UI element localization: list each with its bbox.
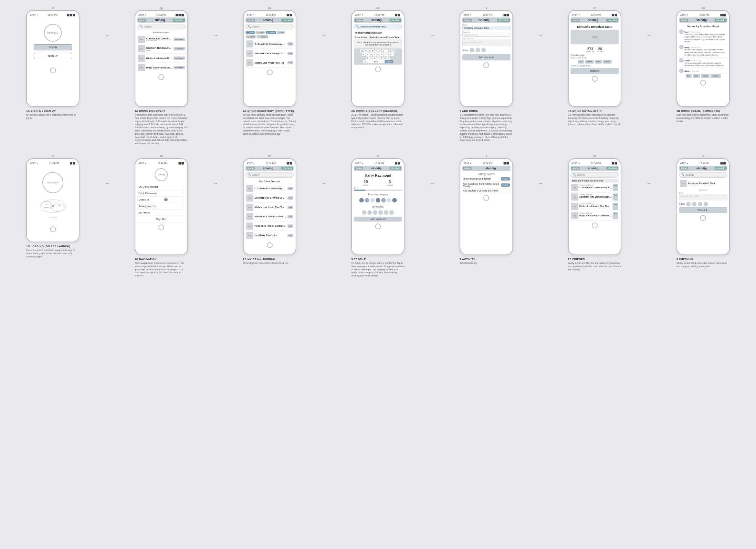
- kb-y[interactable]: Y: [378, 49, 381, 53]
- home-button-2e[interactable]: [592, 223, 598, 228]
- friend-drink-2[interactable]: img Tested by Marg Mighty Leaf Kyoto Ric…: [571, 202, 619, 211]
- home-button-1a[interactable]: [50, 68, 56, 73]
- add-drink-button[interactable]: Add this drink: [462, 54, 510, 60]
- kb-q[interactable]: Q: [360, 49, 363, 53]
- friend-drink-0[interactable]: img Tested by Marg C. Donatiello Chardon…: [571, 183, 619, 193]
- not-found-prompt[interactable]: Don't see Kentucky Breakfast Stout here?…: [354, 40, 402, 48]
- friend-drink-1[interactable]: img Tested by Paul Southern Tier Brewing…: [571, 193, 619, 202]
- kb-u[interactable]: U: [382, 49, 385, 53]
- menu-button-9[interactable]: menu: [680, 167, 688, 170]
- kb-b[interactable]: B: [380, 57, 383, 60]
- kb-z[interactable]: Z: [366, 57, 369, 60]
- friend-action-0[interactable]: like: [613, 184, 618, 191]
- drink-action-2b-0[interactable]: like: [288, 42, 293, 46]
- friend-action-1[interactable]: like: [613, 194, 618, 201]
- search-bar-2c[interactable]: 🔍 Kentucky Breakfast Stout: [354, 24, 402, 29]
- kb-l[interactable]: L: [391, 53, 394, 56]
- like-button-4a[interactable]: like: [578, 60, 584, 64]
- kb-g[interactable]: G: [376, 53, 380, 56]
- show-comments-link[interactable]: Show 24 comments: [571, 65, 619, 67]
- checkin-share-extra[interactable]: [704, 202, 708, 206]
- cat-circle-6[interactable]: [392, 198, 397, 203]
- search-result-1[interactable]: Finca Cuben Quetzaltenango French Roast …: [354, 35, 402, 40]
- journal-action-3[interactable]: like: [288, 215, 293, 218]
- cat-wine[interactable]: 🍷 wine: [246, 31, 255, 34]
- drink-item-2a-0[interactable]: img C. Donatiello Chardonnay Orsi Vineya…: [137, 35, 185, 44]
- search-bar-2a[interactable]: 🔍 Search: [137, 24, 185, 29]
- drink-item-2a-3[interactable]: img Porto Rico French Guatemalan SHD Fin…: [137, 63, 185, 72]
- cat-circle-3[interactable]: [376, 198, 380, 203]
- drink-action-1[interactable]: like / want: [173, 47, 185, 50]
- checkin-share-other[interactable]: [698, 202, 702, 206]
- friend-avatar-2[interactable]: [373, 210, 377, 215]
- login-button[interactable]: LOGIN: [34, 44, 72, 50]
- journal-action-5[interactable]: like: [288, 234, 293, 237]
- kb-h[interactable]: H: [380, 53, 383, 56]
- kb-a[interactable]: A: [362, 53, 365, 56]
- journal-item-2[interactable]: img Mighty Leaf Kyoto Rice Tea like: [246, 203, 294, 212]
- category-input[interactable]: (multiple choice): [462, 33, 510, 37]
- friend-action-2[interactable]: like: [613, 203, 618, 210]
- kb-j[interactable]: J: [383, 53, 387, 56]
- checkin-tags-input[interactable]: (example: lager, dark): [679, 194, 727, 200]
- name-input[interactable]: Kentucky Breakfast Stout: [462, 26, 510, 30]
- nav-item-journal[interactable]: My Drink Journal ›: [137, 184, 185, 190]
- journal-action-4[interactable]: like: [288, 225, 293, 228]
- drink-action-2b-1[interactable]: like: [288, 52, 293, 55]
- friend-avatar-3[interactable]: [378, 210, 383, 215]
- kb-search-key[interactable]: Search: [385, 60, 393, 63]
- cat-tea[interactable]: 🍵 tea: [277, 31, 285, 34]
- home-button-3[interactable]: [483, 62, 489, 68]
- journal-item-1[interactable]: img Southern Tier Brewing Company Crème …: [246, 194, 294, 203]
- cat-spirits[interactable]: 🥃 spirits: [246, 35, 256, 38]
- home-button-9[interactable]: [700, 215, 706, 221]
- want-button-4b[interactable]: want: [693, 74, 700, 78]
- follow-button-1[interactable]: Follow: [501, 184, 510, 187]
- want-button-4a[interactable]: want: [595, 60, 602, 64]
- checkin-button-4b[interactable]: check-in: [715, 19, 726, 22]
- journal-action-1[interactable]: like: [288, 196, 293, 200]
- invite-friends-button[interactable]: Invite my friends: [354, 217, 402, 222]
- nav-item-activity[interactable]: Activity (alerts) ›: [137, 203, 185, 210]
- keyboard[interactable]: Q W E R T Y U I O P A S D: [354, 48, 402, 65]
- checkin-share-tw[interactable]: [692, 202, 697, 206]
- home-button-2d[interactable]: [267, 242, 273, 248]
- kb-c[interactable]: C: [373, 57, 376, 60]
- kb-f[interactable]: F: [373, 53, 376, 56]
- kb-d[interactable]: D: [369, 53, 373, 56]
- friend-action-3[interactable]: like: [613, 212, 618, 219]
- tasted-button-4b[interactable]: tasted: [701, 74, 709, 78]
- drink-action-3[interactable]: like / want: [173, 66, 185, 69]
- cat-beer[interactable]: 🍺 beer: [256, 31, 265, 34]
- cat-coffee[interactable]: ☕ coffee: [266, 31, 276, 34]
- menu-button-2b[interactable]: menu: [246, 19, 255, 22]
- home-button-1c[interactable]: [158, 225, 164, 230]
- nav-item-signout[interactable]: Sign Out: [137, 216, 185, 223]
- journal-item-0[interactable]: img C. Donatiello Chardonnay Orsi Vineya…: [246, 184, 294, 194]
- nav-item-profile[interactable]: My Profile ›: [137, 210, 185, 216]
- menu-button-5[interactable]: menu: [354, 167, 363, 170]
- drink-item-2a-2[interactable]: img Mighty Leaf Kyoto Rice Tea like / wa…: [137, 54, 185, 63]
- dislike-button-4a[interactable]: dislike: [585, 60, 594, 64]
- checkin-button-2b[interactable]: check-in: [281, 19, 293, 22]
- search-bar-9[interactable]: 🔍 Search: [679, 172, 727, 178]
- checkin-button-2c[interactable]: check-in: [390, 19, 401, 22]
- home-button-1b[interactable]: [50, 227, 56, 232]
- home-button-2c[interactable]: [375, 67, 381, 72]
- kb-num[interactable]: 123: [363, 60, 367, 63]
- kb-p[interactable]: P: [392, 49, 395, 53]
- menu-button-2e[interactable]: menu: [571, 167, 580, 170]
- like-button-4b[interactable]: like: [686, 74, 692, 78]
- nav-item-discovery[interactable]: Drink Discovery ›: [137, 190, 185, 197]
- friend-avatar-4[interactable]: [384, 210, 388, 215]
- home-button-4a[interactable]: [592, 76, 598, 82]
- menu-button-2d[interactable]: menu: [246, 167, 255, 170]
- home-button-7[interactable]: [483, 195, 489, 201]
- kb-n[interactable]: N: [383, 57, 387, 60]
- cat-circle-4[interactable]: [381, 198, 386, 203]
- kb-space[interactable]: space: [367, 60, 384, 63]
- friend-avatar-0[interactable]: [362, 210, 366, 215]
- checkin-button-2d[interactable]: check-in: [281, 167, 293, 170]
- journal-action-0[interactable]: like: [288, 187, 293, 190]
- share-tw[interactable]: [476, 48, 480, 52]
